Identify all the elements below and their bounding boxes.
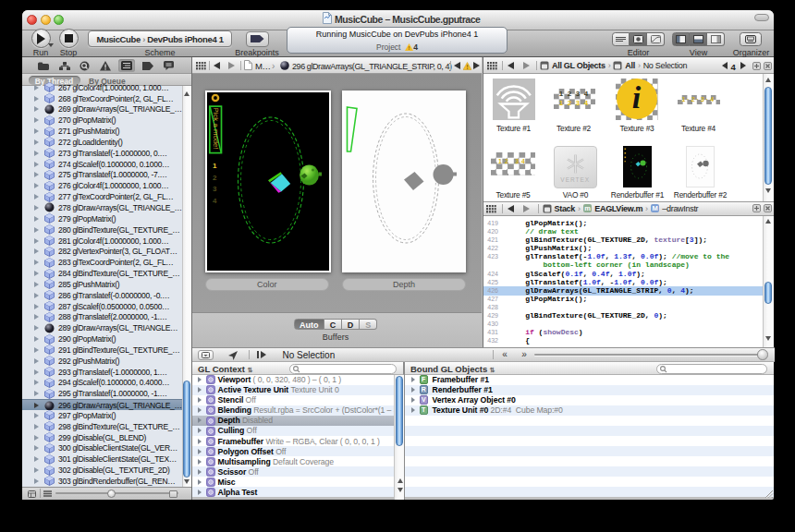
svg-text:Pick a mode!: Pick a mode!: [211, 107, 219, 149]
svg-text:1: 1: [213, 162, 217, 170]
svg-text:4: 4: [213, 196, 217, 204]
svg-text:!: !: [409, 45, 410, 51]
svg-text:!: !: [466, 63, 468, 69]
svg-text:3: 3: [213, 185, 217, 193]
svg-text:2: 2: [213, 173, 217, 181]
